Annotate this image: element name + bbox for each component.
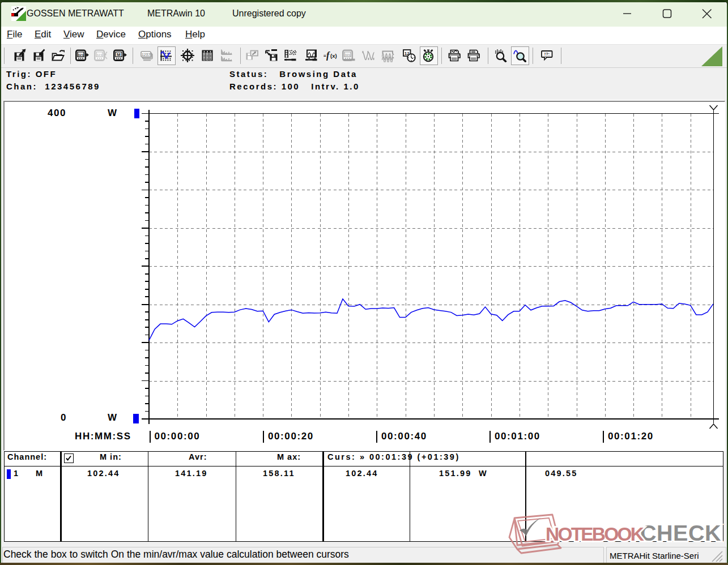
svg-text:321: 321 (345, 53, 350, 57)
svg-text:CHECK: CHECK (640, 520, 721, 545)
svg-text:321: 321 (96, 53, 103, 57)
svg-text:f: f (326, 50, 330, 61)
svg-text:(x): (x) (330, 53, 337, 59)
svg-text:1257: 1257 (142, 53, 151, 57)
svg-text:!?:: !?: (544, 52, 550, 57)
svg-text:M: M (117, 52, 121, 57)
svg-text:NOTEBOOK: NOTEBOOK (546, 524, 644, 545)
svg-text:321: 321 (78, 53, 84, 57)
